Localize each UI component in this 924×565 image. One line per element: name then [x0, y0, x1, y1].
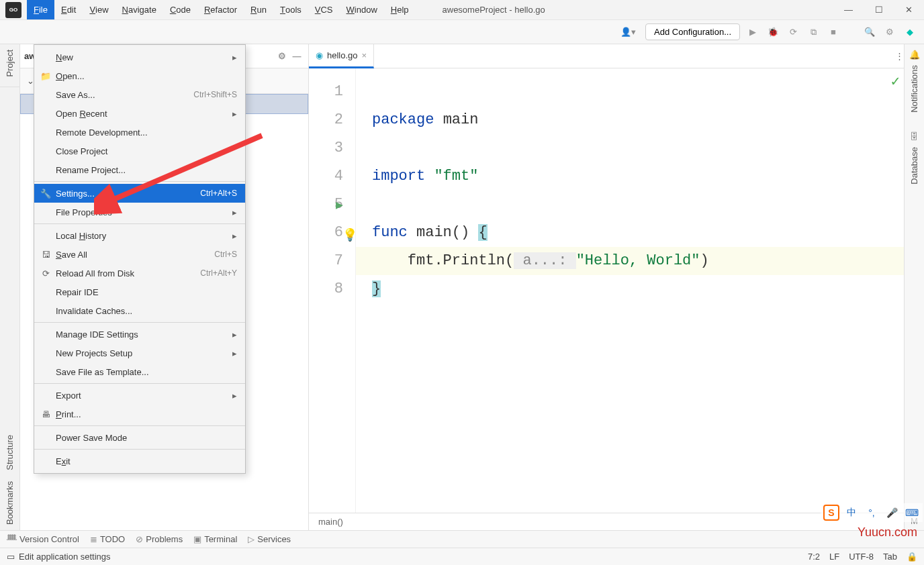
- menu-window[interactable]: Window: [340, 0, 384, 19]
- user-icon[interactable]: 👤▾: [620, 27, 636, 37]
- status-indent[interactable]: Tab: [883, 552, 897, 562]
- bottom-tool-terminal[interactable]: ▣Terminal: [193, 534, 237, 544]
- run-icon[interactable]: ▶: [745, 25, 760, 40]
- menu-vcs[interactable]: VCS: [308, 0, 340, 19]
- menu-item-repair-ide[interactable]: Repair IDE: [34, 282, 245, 301]
- file-menu-dropdown: New▸📁Open...Save As...Ctrl+Shift+SOpen R…: [34, 44, 246, 474]
- menu-item-save-all[interactable]: 🖫Save AllCtrl+S: [34, 245, 245, 264]
- menu-help[interactable]: Help: [384, 0, 416, 19]
- close-tab-icon[interactable]: ×: [362, 50, 367, 60]
- menu-refactor[interactable]: Refactor: [197, 0, 244, 19]
- code-content[interactable]: package main import "fmt" func main() { …: [356, 68, 904, 513]
- status-encoding[interactable]: UTF-8: [849, 552, 874, 562]
- menu-item-new-projects-setup[interactable]: New Projects Setup▸: [34, 344, 245, 362]
- stop-icon[interactable]: ■: [826, 25, 841, 40]
- bottom-tool-services[interactable]: ▷Services: [248, 534, 291, 544]
- add-configuration-button[interactable]: Add Configuration...: [645, 23, 740, 40]
- code-token: import: [372, 168, 434, 185]
- code-token: package: [372, 111, 443, 128]
- main-area: Project Structure Bookmarks awes ⚙ — ⌄ o…: [0, 44, 924, 530]
- panel-gear-icon[interactable]: ⚙: [275, 49, 289, 64]
- menu-item-label: Save All: [56, 250, 87, 260]
- menu-item-power-save-mode[interactable]: Power Save Mode: [34, 428, 245, 447]
- menu-item-settings[interactable]: 🔧Settings...Ctrl+Alt+S: [34, 184, 245, 203]
- gutter-line-number: 4: [309, 162, 343, 191]
- intention-bulb-icon[interactable]: 💡: [342, 221, 357, 250]
- ime-punct-icon[interactable]: °,: [864, 505, 880, 521]
- notifications-bell-icon[interactable]: 🔔: [909, 50, 920, 60]
- bottom-tool-todo[interactable]: ≣TODO: [90, 534, 125, 544]
- status-hint: Edit application settings: [19, 552, 111, 562]
- profile-icon[interactable]: ⧉: [806, 25, 821, 40]
- status-line-sep[interactable]: LF: [829, 552, 839, 562]
- menu-item-rename-project[interactable]: Rename Project...: [34, 160, 245, 179]
- menu-item-export[interactable]: Export▸: [34, 386, 245, 405]
- bottom-tool-problems[interactable]: ⊘Problems: [136, 534, 183, 544]
- inspection-ok-icon[interactable]: ✓: [891, 72, 900, 91]
- menu-item-new[interactable]: New▸: [34, 48, 245, 66]
- menu-item-close-project[interactable]: Close Project: [34, 142, 245, 160]
- menu-item-label: Open Recent: [56, 109, 107, 119]
- database-tool-tab[interactable]: Database: [909, 142, 919, 190]
- menu-item-open-recent[interactable]: Open Recent▸: [34, 104, 245, 123]
- ime-keyboard-icon[interactable]: ⌨: [904, 505, 920, 521]
- gutter-line-number: 8: [309, 275, 343, 303]
- editor-body[interactable]: ✓ ▶ 💡 12345678 package main import "fmt"…: [309, 68, 904, 513]
- menu-item-print[interactable]: 🖶Print...: [34, 405, 245, 423]
- close-button[interactable]: ✕: [894, 0, 924, 20]
- settings-gear-icon[interactable]: ⚙: [882, 25, 897, 40]
- notifications-tool-tab[interactable]: Notifications: [909, 60, 919, 118]
- maximize-button[interactable]: ☐: [864, 0, 894, 20]
- submenu-arrow-icon: ▸: [232, 109, 237, 119]
- minimize-button[interactable]: —: [833, 0, 864, 20]
- menu-item-shortcut: Ctrl+Alt+Y: [200, 268, 237, 278]
- menu-edit[interactable]: Edit: [54, 0, 83, 19]
- menu-item-invalidate-caches[interactable]: Invalidate Caches...: [34, 301, 245, 320]
- menu-item-exit[interactable]: Exit: [34, 452, 245, 470]
- left-tool-strip: Project Structure Bookmarks: [0, 44, 20, 530]
- titlebar: GO FileEditViewNavigateCodeRefactorRunTo…: [0, 0, 924, 20]
- submenu-arrow-icon: ▸: [232, 391, 237, 401]
- menu-tools[interactable]: Tools: [273, 0, 308, 19]
- status-context-icon: ▭: [7, 552, 15, 562]
- coverage-icon[interactable]: ⟳: [786, 25, 800, 40]
- run-line-icon[interactable]: ▶: [336, 191, 343, 219]
- menu-item-file-properties[interactable]: File Properties▸: [34, 203, 245, 221]
- menu-item-save-as[interactable]: Save As...Ctrl+Shift+S: [34, 85, 245, 104]
- menu-item-save-file-as-template[interactable]: Save File as Template...: [34, 362, 245, 381]
- project-tool-tab[interactable]: Project: [5, 44, 15, 82]
- menu-item-manage-ide-settings[interactable]: Manage IDE Settings▸: [34, 325, 245, 344]
- menu-item-label: Settings...: [56, 189, 95, 199]
- status-caret-pos[interactable]: 7:2: [808, 552, 820, 562]
- menu-view[interactable]: View: [83, 0, 115, 19]
- menu-navigate[interactable]: Navigate: [116, 0, 163, 19]
- menu-item-open[interactable]: 📁Open...: [34, 66, 245, 85]
- editor-tab-menu-icon[interactable]: ⋮: [895, 51, 904, 61]
- ime-lang-icon[interactable]: 中: [843, 505, 860, 521]
- editor-tab-hello[interactable]: ◉ hello.go ×: [309, 44, 374, 68]
- menu-run[interactable]: Run: [244, 0, 273, 19]
- menu-file[interactable]: File: [27, 0, 54, 19]
- menu-item-remote-development[interactable]: Remote Development...: [34, 123, 245, 142]
- bottom-tool-version-control[interactable]: ᚙVersion Control: [7, 534, 79, 544]
- menu-item-shortcut: Ctrl+Alt+S: [200, 189, 237, 198]
- search-icon[interactable]: 🔍: [862, 25, 877, 40]
- sogou-icon[interactable]: S: [823, 505, 839, 521]
- jetbrains-icon[interactable]: ◆: [903, 25, 917, 40]
- menu-item-shortcut: Ctrl+Shift+S: [193, 90, 237, 99]
- status-lock-icon[interactable]: 🔒: [907, 552, 917, 562]
- breadcrumb-item[interactable]: main(): [318, 517, 343, 527]
- submenu-arrow-icon: ▸: [232, 207, 237, 217]
- debug-icon[interactable]: 🐞: [766, 25, 780, 40]
- menu-item-reload-all-from-disk[interactable]: ⟳Reload All from DiskCtrl+Alt+Y: [34, 264, 245, 282]
- bookmarks-tool-tab[interactable]: Bookmarks: [5, 476, 15, 530]
- structure-tool-tab[interactable]: Structure: [5, 429, 15, 476]
- ime-voice-icon[interactable]: 🎤: [884, 505, 900, 521]
- menu-item-local-history[interactable]: Local History▸: [34, 226, 245, 245]
- gutter-line-number: 1: [309, 78, 343, 106]
- database-icon[interactable]: 🗄: [910, 132, 919, 142]
- submenu-arrow-icon: ▸: [232, 348, 237, 358]
- window-controls: — ☐ ✕: [833, 0, 924, 20]
- menu-code[interactable]: Code: [163, 0, 197, 19]
- panel-hide-icon[interactable]: —: [289, 49, 304, 64]
